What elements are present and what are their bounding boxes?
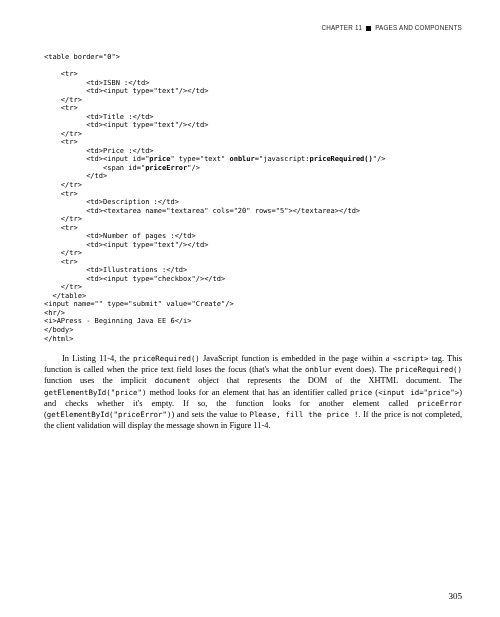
header-separator-icon <box>366 26 371 31</box>
text-run: function uses the implicit <box>44 376 155 385</box>
text-run: JavaScript function is embedded in the p… <box>200 354 393 363</box>
chapter-title: PAGES AND COMPONENTS <box>375 24 462 31</box>
inline-code: <script> <box>393 354 429 363</box>
inline-code: getElementById("price") <box>44 388 146 397</box>
inline-code: Please, fill the price ! <box>249 410 358 419</box>
running-header: CHAPTER 11 PAGES AND COMPONENTS <box>44 24 462 31</box>
inline-code: onblur <box>305 365 332 374</box>
inline-code: <input id="price"> <box>378 388 459 397</box>
text-run: method looks for an element that has an … <box>146 388 350 397</box>
text-run: ) and sets the value to <box>171 410 249 419</box>
text-run: In Listing 11-4, the <box>62 354 133 363</box>
inline-code: priceRequired() <box>133 354 200 363</box>
inline-code: document <box>155 376 191 385</box>
body-paragraph: In Listing 11-4, the priceRequired() Jav… <box>44 353 462 431</box>
inline-code: priceError <box>418 399 463 408</box>
inline-code: getElementById("priceError") <box>47 410 172 419</box>
chapter-label: CHAPTER 11 <box>321 24 362 31</box>
page-number: 305 <box>449 591 463 601</box>
inline-code: price <box>350 388 372 397</box>
inline-code: priceRequired() <box>395 365 462 374</box>
code-listing: <table border="0"> <tr> <td>ISBN :</td> … <box>44 53 462 343</box>
text-run: event does). The <box>332 365 395 374</box>
text-run: object that represents the DOM of the XH… <box>190 376 462 385</box>
